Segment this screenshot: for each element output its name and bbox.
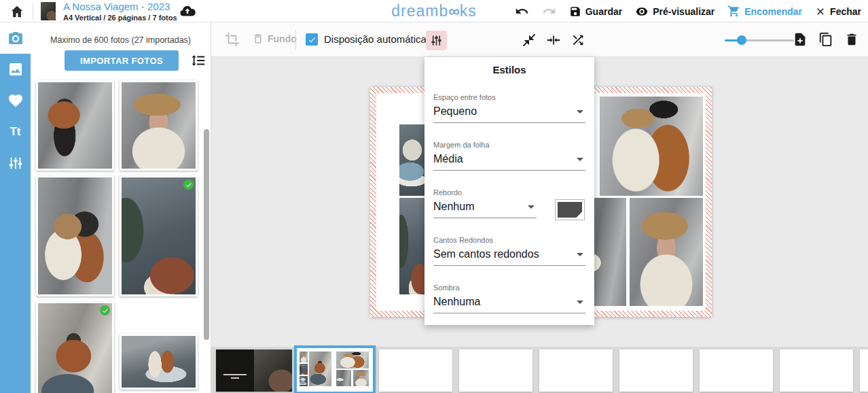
sidebar-item-styles[interactable] — [0, 148, 31, 179]
project-info: A Nossa Viagem - 2023 A4 Vertical / 26 p… — [63, 1, 177, 22]
sort-icon[interactable] — [191, 53, 206, 68]
auto-layout-checkbox[interactable] — [306, 33, 318, 46]
tune-icon — [8, 156, 23, 171]
photo-thumbnail-selfie-couple[interactable] — [36, 175, 114, 296]
align-center-icon[interactable] — [545, 32, 561, 48]
crop-icon[interactable] — [225, 32, 240, 47]
cover-title-text — [223, 374, 247, 375]
page-thumbnail-empty[interactable] — [860, 349, 868, 392]
field-border: Rebordo Nenhum — [433, 188, 585, 218]
border-select[interactable]: Nenhum — [433, 201, 537, 218]
page-thumbnail-empty[interactable] — [539, 349, 613, 392]
cloud-sync-icon — [179, 3, 196, 18]
preview-label: Pré-visualizar — [653, 6, 715, 17]
divider — [33, 3, 33, 20]
rounded-corners-select[interactable]: Sem cantos redondos — [433, 248, 585, 266]
field-label: Rebordo — [433, 188, 585, 196]
photo-thumbnail-couple-in-boat[interactable] — [120, 334, 198, 390]
field-value: Média — [433, 153, 463, 165]
field-rounded-corners: Cantos Redondos Sem cantos redondos — [433, 236, 585, 266]
sidebar-item-favorites[interactable] — [0, 85, 31, 116]
page-thumbnail-empty[interactable] — [379, 349, 452, 392]
field-shadow: Sombra Nenhuma — [433, 284, 585, 313]
zoom-slider-handle[interactable] — [737, 35, 746, 45]
project-cover-thumbnail — [41, 2, 56, 20]
styles-button[interactable] — [426, 31, 447, 50]
cover-left-half — [216, 349, 254, 392]
zoom-slider[interactable] — [725, 35, 794, 45]
page-thumbnail-empty[interactable] — [459, 349, 532, 392]
chevron-down-icon — [528, 205, 535, 209]
photobook-editor: A Nossa Viagem - 2023 A4 Vertical / 26 p… — [0, 0, 868, 393]
photo-thumbnail-man-on-rocks[interactable] — [36, 80, 114, 171]
page-thumbnail-empty[interactable] — [780, 349, 853, 392]
pages-strip — [211, 347, 868, 393]
close-button[interactable]: Fechar — [815, 6, 861, 17]
styles-popup-title: Estilos — [433, 64, 585, 75]
field-label: Espaço entre fotos — [433, 93, 585, 101]
field-value: Pequeno — [433, 105, 477, 117]
image-icon — [7, 61, 24, 78]
import-photos-button[interactable]: IMPORTAR FOTOS — [65, 50, 179, 71]
project-subtitle: A4 Vertical / 26 páginas / 7 fotos — [63, 14, 177, 22]
shadow-select[interactable]: Nenhuma — [433, 296, 585, 313]
eye-icon — [635, 5, 649, 18]
sidebar-item-photos[interactable] — [0, 22, 31, 54]
photo-used-check-icon — [100, 305, 110, 315]
compress-icon[interactable] — [521, 32, 537, 48]
chevron-down-icon — [577, 253, 583, 256]
styles-popup: Estilos Espaço entre fotos Pequeno Marge… — [424, 57, 594, 325]
field-value: Sem cantos redondos — [433, 248, 539, 260]
preview-button[interactable]: Pré-visualizar — [635, 5, 715, 18]
photo-thumbnail-lake-portrait[interactable] — [120, 175, 198, 296]
project-title: A Nossa Viagem - 2023 — [63, 1, 177, 13]
redo-button[interactable] — [542, 4, 556, 18]
border-color-picker[interactable] — [555, 199, 585, 220]
photo-thumbnail-man-in-boat[interactable] — [36, 301, 114, 393]
page-thumbnail-empty[interactable] — [619, 349, 693, 392]
sheet-margin-select[interactable]: Média — [433, 153, 585, 171]
divider — [295, 30, 296, 50]
home-button[interactable] — [10, 4, 24, 19]
field-value: Nenhuma — [433, 296, 480, 307]
save-label: Guardar — [585, 6, 622, 17]
canvas-photo-woman-with-hat[interactable] — [630, 198, 703, 306]
add-page-icon[interactable] — [792, 31, 808, 48]
save-icon — [569, 5, 581, 18]
canvas-photo-couple-standing[interactable] — [600, 97, 703, 196]
page-thumbnail-cover[interactable] — [216, 349, 292, 392]
order-button[interactable]: Encomendar — [727, 5, 802, 18]
layout-tools — [521, 32, 585, 48]
sidebar-item-text[interactable]: Tt — [0, 116, 31, 148]
shuffle-icon[interactable] — [570, 32, 585, 48]
delete-page-icon[interactable] — [844, 31, 860, 48]
panel-scrollbar[interactable] — [204, 129, 209, 340]
border-color-swatch — [558, 202, 582, 218]
page-thumbnail-empty[interactable] — [700, 349, 773, 392]
duplicate-page-icon[interactable] — [818, 31, 834, 48]
cover-subtitle-text — [231, 377, 239, 379]
chevron-down-icon — [577, 158, 583, 161]
field-sheet-margin: Margem da folha Média — [433, 141, 585, 171]
background-label: Fundo — [268, 33, 297, 44]
undo-button[interactable] — [515, 4, 529, 18]
photo-thumbnail-woman-with-hat[interactable] — [120, 80, 198, 171]
tune-icon — [430, 34, 443, 47]
photo-spacing-select[interactable]: Pequeno — [433, 105, 585, 123]
page-thumbnail-spread-selected[interactable] — [294, 345, 376, 393]
field-value: Nenhum — [433, 201, 474, 212]
checkmark-icon — [308, 35, 317, 44]
background-button[interactable]: Fundo — [252, 33, 297, 45]
chevron-down-icon — [577, 301, 583, 304]
photo-counter: Máximo de 600 fotos (27 importadas) — [31, 35, 211, 45]
chevron-down-icon — [577, 110, 583, 114]
order-label: Encomendar — [744, 6, 802, 17]
auto-layout-label: Disposição automática — [324, 33, 427, 45]
field-photo-spacing: Espaço entre fotos Pequeno — [433, 93, 585, 123]
sidebar-item-layouts[interactable] — [0, 54, 31, 85]
cart-icon — [727, 5, 740, 18]
sidebar-rail: Tt — [0, 22, 31, 393]
save-button[interactable]: Guardar — [569, 5, 622, 18]
infinity-glyph: ∞ — [448, 2, 459, 20]
cover-photo — [254, 349, 292, 392]
